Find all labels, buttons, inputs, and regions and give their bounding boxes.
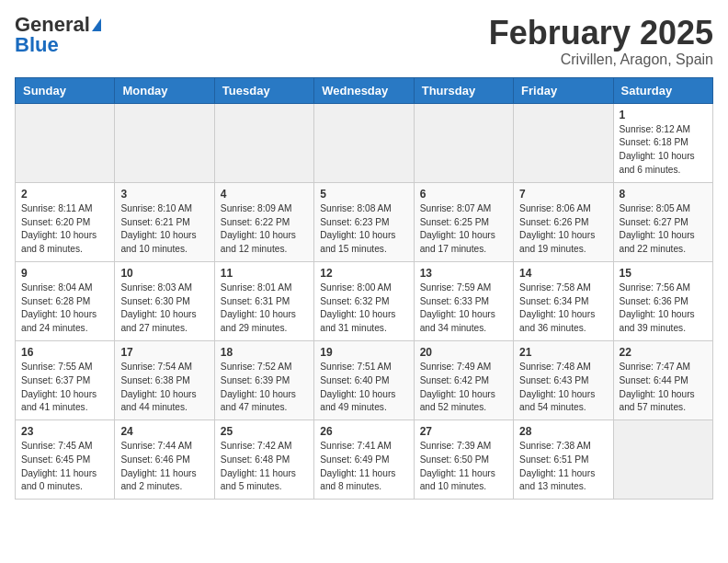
day-info: Sunrise: 7:52 AM Sunset: 6:39 PM Dayligh… xyxy=(221,361,308,415)
logo-general-text: General xyxy=(15,15,90,35)
day-number: 7 xyxy=(519,188,607,201)
calendar-cell: 24Sunrise: 7:44 AM Sunset: 6:46 PM Dayli… xyxy=(115,420,214,500)
calendar-week-row: 23Sunrise: 7:45 AM Sunset: 6:45 PM Dayli… xyxy=(16,420,713,500)
calendar-cell: 18Sunrise: 7:52 AM Sunset: 6:39 PM Dayli… xyxy=(214,340,313,419)
day-info: Sunrise: 7:48 AM Sunset: 6:43 PM Dayligh… xyxy=(519,361,607,415)
day-info: Sunrise: 8:07 AM Sunset: 6:25 PM Dayligh… xyxy=(420,202,507,257)
day-number: 6 xyxy=(420,188,507,201)
day-info: Sunrise: 8:04 AM Sunset: 6:28 PM Dayligh… xyxy=(21,282,108,336)
day-number: 11 xyxy=(221,267,308,280)
day-of-week-header: Thursday xyxy=(414,77,513,103)
day-number: 27 xyxy=(420,425,507,438)
calendar-header-row: SundayMondayTuesdayWednesdayThursdayFrid… xyxy=(16,77,713,103)
day-info: Sunrise: 7:44 AM Sunset: 6:46 PM Dayligh… xyxy=(120,440,208,494)
day-number: 1 xyxy=(620,109,707,121)
day-info: Sunrise: 8:09 AM Sunset: 6:22 PM Dayligh… xyxy=(221,202,308,257)
day-info: Sunrise: 7:58 AM Sunset: 6:34 PM Dayligh… xyxy=(519,282,607,336)
day-number: 10 xyxy=(120,267,208,280)
calendar-cell: 3Sunrise: 8:10 AM Sunset: 6:21 PM Daylig… xyxy=(115,182,214,261)
calendar-cell: 16Sunrise: 7:55 AM Sunset: 6:37 PM Dayli… xyxy=(16,340,115,419)
calendar-cell xyxy=(314,103,414,182)
day-number: 15 xyxy=(620,267,707,280)
day-number: 14 xyxy=(519,267,607,280)
day-info: Sunrise: 7:47 AM Sunset: 6:44 PM Dayligh… xyxy=(620,361,707,415)
day-number: 22 xyxy=(620,346,707,359)
day-number: 13 xyxy=(420,267,507,280)
calendar-cell xyxy=(414,103,513,182)
day-number: 28 xyxy=(519,425,607,438)
title-block: February 2025 Crivillen, Aragon, Spain xyxy=(489,15,713,68)
page-header: General Blue February 2025 Crivillen, Ar… xyxy=(15,15,713,68)
day-number: 2 xyxy=(21,188,108,201)
calendar-table: SundayMondayTuesdayWednesdayThursdayFrid… xyxy=(15,77,713,500)
calendar-cell: 14Sunrise: 7:58 AM Sunset: 6:34 PM Dayli… xyxy=(514,261,613,340)
calendar-cell: 21Sunrise: 7:48 AM Sunset: 6:43 PM Dayli… xyxy=(514,340,613,419)
calendar-cell xyxy=(613,420,712,500)
day-of-week-header: Friday xyxy=(514,77,613,103)
day-info: Sunrise: 7:56 AM Sunset: 6:36 PM Dayligh… xyxy=(620,282,707,336)
day-info: Sunrise: 7:54 AM Sunset: 6:38 PM Dayligh… xyxy=(120,361,208,415)
day-info: Sunrise: 7:51 AM Sunset: 6:40 PM Dayligh… xyxy=(320,361,407,415)
day-info: Sunrise: 8:05 AM Sunset: 6:27 PM Dayligh… xyxy=(620,202,707,257)
calendar-title: February 2025 xyxy=(489,15,713,52)
logo-triangle-icon xyxy=(92,18,101,31)
day-info: Sunrise: 7:45 AM Sunset: 6:45 PM Dayligh… xyxy=(21,440,108,494)
day-info: Sunrise: 7:39 AM Sunset: 6:50 PM Dayligh… xyxy=(420,440,507,494)
day-number: 23 xyxy=(21,425,108,438)
day-info: Sunrise: 8:03 AM Sunset: 6:30 PM Dayligh… xyxy=(120,282,208,336)
calendar-cell: 19Sunrise: 7:51 AM Sunset: 6:40 PM Dayli… xyxy=(314,340,414,419)
day-info: Sunrise: 7:42 AM Sunset: 6:48 PM Dayligh… xyxy=(221,440,308,494)
day-number: 26 xyxy=(320,425,407,438)
day-of-week-header: Saturday xyxy=(613,77,712,103)
calendar-cell: 6Sunrise: 8:07 AM Sunset: 6:25 PM Daylig… xyxy=(414,182,513,261)
day-info: Sunrise: 7:49 AM Sunset: 6:42 PM Dayligh… xyxy=(420,361,507,415)
day-number: 24 xyxy=(120,425,208,438)
calendar-week-row: 2Sunrise: 8:11 AM Sunset: 6:20 PM Daylig… xyxy=(16,182,713,261)
day-info: Sunrise: 8:10 AM Sunset: 6:21 PM Dayligh… xyxy=(120,202,208,257)
day-number: 12 xyxy=(320,267,407,280)
calendar-cell: 15Sunrise: 7:56 AM Sunset: 6:36 PM Dayli… xyxy=(613,261,712,340)
day-info: Sunrise: 8:11 AM Sunset: 6:20 PM Dayligh… xyxy=(21,202,108,257)
calendar-cell: 9Sunrise: 8:04 AM Sunset: 6:28 PM Daylig… xyxy=(16,261,115,340)
day-info: Sunrise: 7:59 AM Sunset: 6:33 PM Dayligh… xyxy=(420,282,507,336)
day-of-week-header: Monday xyxy=(115,77,214,103)
day-of-week-header: Wednesday xyxy=(314,77,414,103)
day-number: 21 xyxy=(519,346,607,359)
calendar-cell: 26Sunrise: 7:41 AM Sunset: 6:49 PM Dayli… xyxy=(314,420,414,500)
day-number: 20 xyxy=(420,346,507,359)
calendar-cell: 20Sunrise: 7:49 AM Sunset: 6:42 PM Dayli… xyxy=(414,340,513,419)
calendar-cell: 10Sunrise: 8:03 AM Sunset: 6:30 PM Dayli… xyxy=(115,261,214,340)
calendar-cell: 22Sunrise: 7:47 AM Sunset: 6:44 PM Dayli… xyxy=(613,340,712,419)
day-info: Sunrise: 7:38 AM Sunset: 6:51 PM Dayligh… xyxy=(519,440,607,494)
calendar-cell: 5Sunrise: 8:08 AM Sunset: 6:23 PM Daylig… xyxy=(314,182,414,261)
day-number: 25 xyxy=(221,425,308,438)
calendar-cell: 28Sunrise: 7:38 AM Sunset: 6:51 PM Dayli… xyxy=(514,420,613,500)
logo-blue-text: Blue xyxy=(15,35,59,55)
day-info: Sunrise: 8:08 AM Sunset: 6:23 PM Dayligh… xyxy=(320,202,407,257)
calendar-cell: 13Sunrise: 7:59 AM Sunset: 6:33 PM Dayli… xyxy=(414,261,513,340)
day-number: 16 xyxy=(21,346,108,359)
day-number: 8 xyxy=(620,188,707,201)
calendar-cell xyxy=(16,103,115,182)
calendar-cell: 4Sunrise: 8:09 AM Sunset: 6:22 PM Daylig… xyxy=(214,182,313,261)
day-info: Sunrise: 8:01 AM Sunset: 6:31 PM Dayligh… xyxy=(221,282,308,336)
day-number: 4 xyxy=(221,188,308,201)
calendar-cell xyxy=(514,103,613,182)
calendar-cell: 2Sunrise: 8:11 AM Sunset: 6:20 PM Daylig… xyxy=(16,182,115,261)
day-of-week-header: Sunday xyxy=(16,77,115,103)
calendar-cell: 1Sunrise: 8:12 AM Sunset: 6:18 PM Daylig… xyxy=(613,103,712,182)
calendar-cell xyxy=(115,103,214,182)
calendar-week-row: 9Sunrise: 8:04 AM Sunset: 6:28 PM Daylig… xyxy=(16,261,713,340)
calendar-week-row: 1Sunrise: 8:12 AM Sunset: 6:18 PM Daylig… xyxy=(16,103,713,182)
day-number: 9 xyxy=(21,267,108,280)
calendar-cell: 17Sunrise: 7:54 AM Sunset: 6:38 PM Dayli… xyxy=(115,340,214,419)
calendar-subtitle: Crivillen, Aragon, Spain xyxy=(489,52,713,68)
calendar-cell: 25Sunrise: 7:42 AM Sunset: 6:48 PM Dayli… xyxy=(214,420,313,500)
calendar-cell: 11Sunrise: 8:01 AM Sunset: 6:31 PM Dayli… xyxy=(214,261,313,340)
calendar-cell xyxy=(214,103,313,182)
logo: General Blue xyxy=(15,15,101,55)
day-number: 17 xyxy=(120,346,208,359)
day-of-week-header: Tuesday xyxy=(214,77,313,103)
day-info: Sunrise: 8:12 AM Sunset: 6:18 PM Dayligh… xyxy=(620,123,707,178)
day-info: Sunrise: 7:55 AM Sunset: 6:37 PM Dayligh… xyxy=(21,361,108,415)
